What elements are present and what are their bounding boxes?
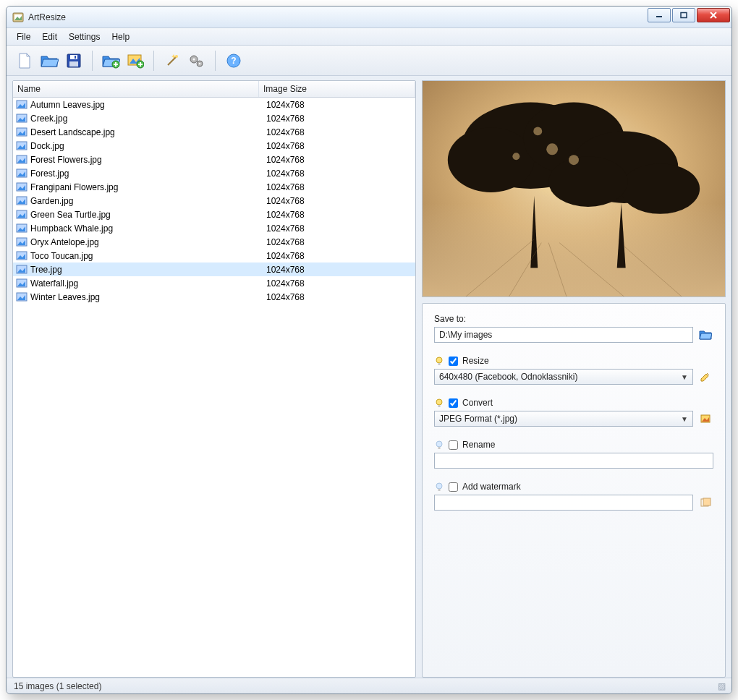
open-folder-button[interactable] bbox=[38, 50, 60, 72]
options-panel: Save to: Resize bbox=[422, 303, 726, 678]
file-row[interactable]: Oryx Antelope.jpg1024x768 bbox=[13, 235, 415, 249]
convert-checkbox[interactable] bbox=[449, 398, 458, 408]
svg-rect-86 bbox=[703, 498, 711, 505]
column-size[interactable]: Image Size bbox=[259, 81, 415, 97]
watermark-browse-button[interactable] bbox=[697, 495, 713, 511]
help-button[interactable]: ? bbox=[223, 50, 245, 72]
menu-edit[interactable]: Edit bbox=[38, 30, 62, 43]
resize-edit-button[interactable] bbox=[697, 369, 713, 385]
file-size: 1024x768 bbox=[262, 196, 305, 206]
file-name: Forest Flowers.jpg bbox=[30, 155, 262, 165]
new-file-button[interactable] bbox=[14, 50, 35, 72]
toolbar-separator bbox=[92, 51, 93, 71]
svg-point-67 bbox=[533, 127, 542, 135]
file-name: Oryx Antelope.jpg bbox=[30, 237, 262, 247]
file-name: Dock.jpg bbox=[30, 141, 262, 151]
main-body: Name Image Size Autumn Leaves.jpg1024x76… bbox=[7, 76, 731, 678]
file-row[interactable]: Autumn Leaves.jpg1024x768 bbox=[13, 98, 415, 111]
svg-point-24 bbox=[199, 62, 200, 64]
file-size: 1024x768 bbox=[262, 100, 305, 110]
save-to-label: Save to: bbox=[434, 314, 713, 324]
resize-group: Resize 640x480 (Facebook, Odnoklassniki)… bbox=[434, 356, 713, 385]
menubar: File Edit Settings Help bbox=[7, 28, 731, 46]
convert-label: Convert bbox=[462, 398, 493, 408]
file-row[interactable]: Green Sea Turtle.jpg1024x768 bbox=[13, 208, 415, 221]
image-file-icon bbox=[16, 292, 27, 302]
close-button[interactable] bbox=[697, 8, 730, 22]
svg-point-81 bbox=[436, 441, 442, 447]
svg-point-61 bbox=[448, 127, 534, 192]
file-row[interactable]: Forest Flowers.jpg1024x768 bbox=[13, 153, 415, 166]
file-row[interactable]: Humpback Whale.jpg1024x768 bbox=[13, 221, 415, 235]
svg-text:?: ? bbox=[231, 56, 236, 66]
app-icon bbox=[12, 12, 24, 23]
image-file-icon bbox=[16, 141, 27, 151]
file-name: Desert Landscape.jpg bbox=[30, 127, 262, 137]
file-name: Winter Leaves.jpg bbox=[30, 292, 262, 302]
menu-help[interactable]: Help bbox=[107, 30, 134, 43]
file-row[interactable]: Garden.jpg1024x768 bbox=[13, 194, 415, 208]
save-to-input[interactable] bbox=[434, 327, 693, 343]
titlebar[interactable]: ArtResize bbox=[7, 7, 731, 28]
add-image-button[interactable] bbox=[124, 50, 146, 72]
svg-point-83 bbox=[436, 483, 442, 489]
file-size: 1024x768 bbox=[262, 251, 305, 261]
save-button[interactable] bbox=[63, 50, 85, 72]
svg-rect-76 bbox=[438, 363, 441, 365]
bulb-icon bbox=[434, 356, 444, 366]
file-name: Humpback Whale.jpg bbox=[30, 223, 262, 234]
bulb-icon bbox=[434, 398, 444, 408]
convert-group: Convert JPEG Format (*.jpg) ▼ bbox=[434, 398, 713, 427]
file-row[interactable]: Waterfall.jpg1024x768 bbox=[13, 276, 415, 290]
column-name[interactable]: Name bbox=[13, 81, 259, 97]
svg-point-65 bbox=[548, 156, 627, 207]
file-row[interactable]: Toco Toucan.jpg1024x768 bbox=[13, 249, 415, 262]
menu-settings[interactable]: Settings bbox=[64, 30, 104, 43]
image-file-icon bbox=[16, 196, 27, 206]
bulb-icon bbox=[434, 482, 444, 492]
resize-grip-icon[interactable]: ▨ bbox=[718, 681, 724, 691]
chevron-down-icon: ▼ bbox=[681, 415, 688, 423]
settings-gears-button[interactable] bbox=[186, 50, 208, 72]
convert-combo[interactable]: JPEG Format (*.jpg) ▼ bbox=[434, 411, 693, 427]
image-file-icon bbox=[16, 237, 27, 247]
rename-checkbox[interactable] bbox=[449, 440, 458, 450]
file-row[interactable]: Tree.jpg1024x768 bbox=[13, 262, 415, 276]
file-size: 1024x768 bbox=[262, 155, 305, 165]
file-name: Autumn Leaves.jpg bbox=[30, 100, 262, 110]
toolbar-separator bbox=[215, 51, 216, 71]
file-row[interactable]: Desert Landscape.jpg1024x768 bbox=[13, 125, 415, 139]
browse-folder-button[interactable] bbox=[697, 327, 713, 343]
add-folder-button[interactable] bbox=[100, 50, 122, 72]
minimize-button[interactable] bbox=[648, 8, 671, 22]
file-row[interactable]: Dock.jpg1024x768 bbox=[13, 139, 415, 153]
file-row[interactable]: Creek.jpg1024x768 bbox=[13, 111, 415, 125]
app-window: ArtResize File Edit Settings Help ? Name bbox=[6, 6, 732, 694]
rename-input[interactable] bbox=[434, 453, 713, 469]
image-file-icon bbox=[16, 168, 27, 179]
file-name: Toco Toucan.jpg bbox=[30, 251, 262, 261]
file-row[interactable]: Winter Leaves.jpg1024x768 bbox=[13, 290, 415, 304]
list-header: Name Image Size bbox=[13, 81, 415, 98]
file-row[interactable]: Frangipani Flowers.jpg1024x768 bbox=[13, 180, 415, 194]
file-size: 1024x768 bbox=[262, 223, 305, 234]
file-name: Creek.jpg bbox=[30, 114, 262, 124]
statusbar: 15 images (1 selected) ▨ bbox=[7, 678, 731, 693]
file-size: 1024x768 bbox=[262, 265, 305, 275]
preview-image bbox=[423, 81, 725, 296]
convert-options-button[interactable] bbox=[697, 411, 713, 427]
svg-point-75 bbox=[436, 357, 442, 363]
resize-combo[interactable]: 640x480 (Facebook, Odnoklassniki) ▼ bbox=[434, 369, 693, 385]
svg-rect-8 bbox=[70, 55, 77, 59]
watermark-checkbox[interactable] bbox=[449, 482, 458, 492]
watermark-label: Add watermark bbox=[462, 482, 521, 492]
watermark-input[interactable] bbox=[434, 495, 693, 511]
maximize-button[interactable] bbox=[672, 8, 695, 22]
list-body[interactable]: Autumn Leaves.jpg1024x768Creek.jpg1024x7… bbox=[13, 98, 415, 677]
magic-wand-button[interactable] bbox=[161, 50, 183, 72]
resize-checkbox[interactable] bbox=[449, 357, 458, 366]
file-size: 1024x768 bbox=[262, 182, 305, 192]
file-row[interactable]: Forest.jpg1024x768 bbox=[13, 166, 415, 180]
menu-file[interactable]: File bbox=[12, 30, 35, 43]
svg-rect-4 bbox=[681, 13, 687, 18]
